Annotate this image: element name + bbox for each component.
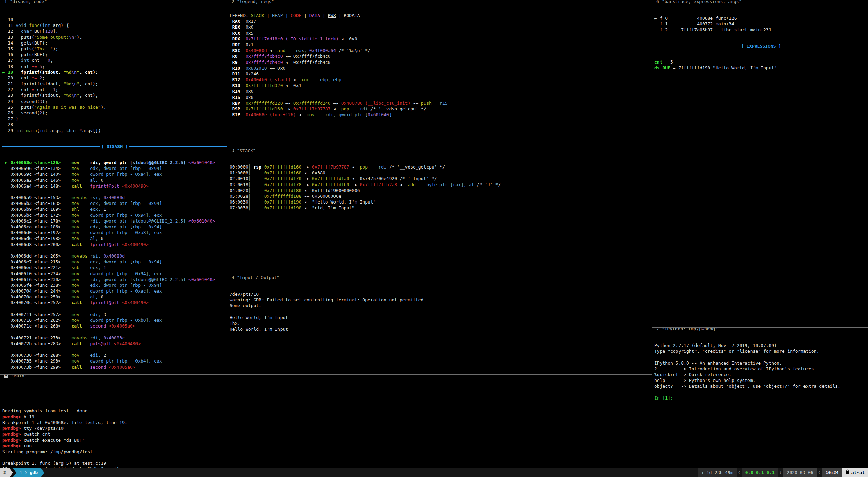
terminal-line: R11 0x246 bbox=[230, 71, 652, 77]
terminal-line: object? -> Details about 'object', use '… bbox=[654, 383, 868, 389]
disasm-listing: ► 0x40068e <func+126> mov rdi, qword ptr… bbox=[2, 160, 227, 374]
terminal-line bbox=[2, 402, 652, 408]
terminal-line: RDX 0x7ffff7dd18c0 (_IO_stdfile_1_lock) … bbox=[230, 36, 652, 42]
terminal-line: 22 cnt = cnt - 1; bbox=[2, 87, 227, 92]
terminal-line: warning: GDB: Failed to set controlling … bbox=[230, 297, 652, 303]
powerline-arrow-icon bbox=[10, 468, 13, 477]
pane-stack[interactable]: 3 "stack" 00:0000│ rsp 0x7fffffffd160 —▸… bbox=[227, 149, 652, 276]
terminal-line: 0x400711 <func+257> mov edi, 3 bbox=[2, 312, 227, 317]
terminal-line: 11 void func(int arg) { bbox=[2, 22, 227, 28]
terminal-line: ► f 0 40068e func+126 bbox=[654, 15, 868, 21]
terminal-line: 26 second(2); bbox=[2, 110, 227, 116]
terminal-line bbox=[654, 354, 868, 360]
terminal-line bbox=[2, 189, 227, 195]
terminal-line: 28 bbox=[2, 122, 227, 127]
pane-title-disasm-code: 1 "disasm, code" bbox=[3, 0, 49, 4]
terminal-line: 24 second(3); bbox=[2, 99, 227, 104]
io-listing: /dev/pts/10warning: GDB: Failed to set c… bbox=[230, 291, 652, 332]
terminal-line: 0x4006f6 <func+230> mov rdi, qword ptr [… bbox=[2, 277, 227, 282]
pane-backtrace[interactable]: 6 "backtrace, expressions, args" ► f 0 4… bbox=[652, 0, 868, 327]
terminal-line: R14 0x0 bbox=[230, 88, 652, 94]
terminal-line: pwndbg> b 19 bbox=[2, 414, 652, 420]
pane-title-stack: 3 "stack" bbox=[230, 149, 257, 153]
lock-icon bbox=[846, 468, 849, 477]
pane-input-output[interactable]: 4 "Input / Output" /dev/pts/10warning: G… bbox=[227, 276, 652, 374]
terminal-line: 29 int main(int argc, char *argv[]) bbox=[2, 128, 227, 134]
terminal-line: RSI 0x40080d ◂— and eax, 0x4f000a64 /* '… bbox=[230, 48, 652, 53]
terminal-line: 0x4006d8 <func+200> call fprintf@plt <0x… bbox=[2, 242, 227, 247]
terminal-line: 14 gets(BUF); bbox=[2, 40, 227, 46]
pane-main[interactable]: 5 "Main" Reading symbols from test...don… bbox=[0, 374, 652, 468]
terminal-line: /dev/pts/10 bbox=[230, 291, 652, 297]
terminal-line: 02:0010│ 0x7fffffffd170 —▸ 0x7fffffffd1a… bbox=[230, 176, 652, 181]
clock-segment: 10:24 bbox=[822, 468, 842, 477]
tmux-status-bar: 2 1❯gdb ↑ 1d 23h 49m ❮ 0.0 0.1 0.1 ❮ 202… bbox=[0, 468, 868, 477]
terminal-line: 21 fprintf(stdout, "%d\n", cnt); bbox=[2, 81, 227, 87]
terminal-line: pwndbg> cwatch cnt bbox=[2, 431, 652, 437]
terminal-line: R8 0x7ffff7fcb4c0 ◂— 0x7ffff7fcb4c0 bbox=[230, 53, 652, 59]
terminal-line: Starting program: /tmp/pwndbg/test bbox=[2, 449, 652, 455]
pane-title-main: 5 "Main" bbox=[3, 374, 29, 378]
terminal-line: 0x400696 <func+134> mov edx, dword ptr [… bbox=[2, 165, 227, 171]
backtrace-frames: ► f 0 40068e func+126 f 1 400772 main+34… bbox=[654, 15, 868, 33]
terminal-line: 16 puts(BUF); bbox=[2, 52, 227, 57]
terminal-line: RSP 0x7fffffffd160 —▸ 0x7ffff7b97787 ◂— … bbox=[230, 106, 652, 112]
registers-listing: LEGEND: STACK | HEAP | CODE | DATA | RWX… bbox=[230, 13, 652, 118]
status-left: 2 1❯gdb bbox=[0, 468, 44, 477]
terminal-line: 0x4006c2 <func+178> mov rdi, qword ptr [… bbox=[2, 218, 227, 224]
uptime-arrow-icon: ↑ bbox=[701, 468, 704, 477]
chevron-right-icon: ❯ bbox=[22, 468, 30, 477]
terminal-line: RIP 0x40068e (func+126) ◂— mov rdi, qwor… bbox=[230, 112, 652, 118]
terminal-line: Thx. bbox=[230, 320, 652, 326]
session-badge[interactable]: 2 bbox=[0, 468, 10, 477]
terminal-line bbox=[2, 390, 652, 396]
terminal-line: 27 } bbox=[2, 116, 227, 122]
terminal-line: %quickref -> Quick reference. bbox=[654, 372, 868, 377]
terminal-line: 0x4006ca <func+186> mov edx, dword ptr [… bbox=[2, 224, 227, 230]
terminal-line: Hello World, I'm Input bbox=[230, 315, 652, 320]
terminal-line: 0x4006b9 <func+169> shl ecx, 1 bbox=[2, 206, 227, 212]
terminal-line: 0x40070a <func+250> mov al, 0 bbox=[2, 294, 227, 300]
terminal-line bbox=[2, 396, 652, 402]
terminal-line: R13 0x7fffffffd320 ◂— 0x1 bbox=[230, 83, 652, 88]
terminal-line: Hello World, I'm Input bbox=[230, 326, 652, 332]
terminal-line: 20 cnt *= 2; bbox=[2, 75, 227, 81]
terminal-line: 0x400716 <func+262> mov dword ptr [rbp -… bbox=[2, 317, 227, 323]
terminal-line bbox=[2, 247, 227, 253]
terminal-line: LEGEND: STACK | HEAP | CODE | DATA | RWX… bbox=[230, 13, 652, 18]
terminal-line: 0x400730 <func+288> mov edi, 2 bbox=[2, 352, 227, 358]
terminal-line: 18 cnt += 5; bbox=[2, 64, 227, 69]
terminal-line: 0x40072b <func+283> call puts@plt <0x400… bbox=[2, 341, 227, 347]
chevron-left-icon: ❮ bbox=[737, 468, 742, 477]
terminal-line: 0x4006bc <func+172> mov dword ptr [rbp -… bbox=[2, 212, 227, 218]
terminal-line: 03:0018│ 0x7fffffffd178 —▸ 0x7fffffffd1b… bbox=[230, 182, 652, 188]
window-tab-gdb[interactable]: 1❯gdb bbox=[16, 468, 41, 477]
terminal-line: 17 int cnt = 0; bbox=[2, 57, 227, 63]
pane-legend-regs[interactable]: 2 "legend, regs" LEGEND: STACK | HEAP | … bbox=[227, 0, 652, 149]
pane-title-legend-regs: 2 "legend, regs" bbox=[230, 0, 276, 4]
terminal-line: f 2 7ffff7a05b97 __libc_start_main+231 bbox=[654, 27, 868, 33]
terminal-line: Reading symbols from test...done. bbox=[2, 408, 652, 414]
terminal-line: ds BUF = 7fffffffd190 "Hello World, I'm … bbox=[654, 65, 868, 71]
terminal-line: R12 0x4004b0 (_start) ◂— xor ebp, ebp bbox=[230, 77, 652, 83]
terminal-line: 0x40070c <func+252> call fprintf@plt <0x… bbox=[2, 300, 227, 305]
terminal-line bbox=[2, 370, 227, 374]
terminal-line: R9 0x7ffff7fcb4c0 ◂— 0x7ffff7fcb4c0 bbox=[230, 59, 652, 65]
terminal-line: pwndbg> cwatch execute "ds BUF" bbox=[2, 437, 652, 443]
terminal-line: 07:0038│ 0x7fffffffd198 ◂— "rld, I'm Inp… bbox=[230, 205, 652, 211]
pane-ipython[interactable]: 7 "IPython: tmp/pwndbg" Python 2.7.17 (d… bbox=[652, 327, 868, 468]
terminal-line: 0x4006a9 <func+153> movabs rsi, 0x40080d bbox=[2, 195, 227, 200]
terminal-line: RBX 0x0 bbox=[230, 24, 652, 30]
terminal-line: 0x40073b <func+299> call second <0x4005a… bbox=[2, 364, 227, 370]
pane-disasm-code[interactable]: 1 "disasm, code" 10 11 void func(int arg… bbox=[0, 0, 227, 374]
uptime-segment: ↑ 1d 23h 49m bbox=[698, 468, 737, 477]
pane-title-backtrace: 6 "backtrace, expressions, args" bbox=[655, 0, 743, 4]
host-segment: at-at bbox=[842, 468, 868, 477]
terminal-line: RCX 0x5 bbox=[230, 30, 652, 36]
date-segment: 2020-03-06 bbox=[783, 468, 817, 477]
terminal-line: RDI 0x1 bbox=[230, 42, 652, 48]
terminal-line: ? -> Introduction and overview of IPytho… bbox=[654, 366, 868, 372]
terminal-line: 0x400704 <func+244> mov dword ptr [rbp -… bbox=[2, 288, 227, 294]
terminal-line: 23 fprintf(stdout, "%d\n", cnt); bbox=[2, 92, 227, 98]
terminal-line: 0x40071c <func+268> call second <0x4005a… bbox=[2, 323, 227, 329]
